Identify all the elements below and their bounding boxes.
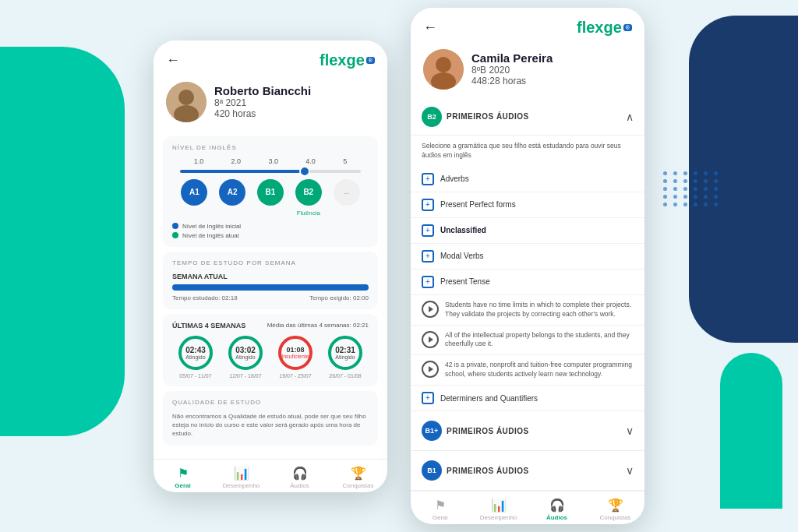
- svg-point-1: [178, 90, 194, 105]
- level-circle-b2: B2: [295, 179, 322, 206]
- legend-dot-atual: [172, 232, 178, 238]
- svg-point-4: [436, 57, 451, 72]
- audio-item-label-adverbs: Adverbs: [440, 174, 469, 183]
- bg-decoration-teal-left: [0, 47, 125, 436]
- week-status-2: Atingido: [235, 354, 255, 360]
- back-button-right[interactable]: ←: [423, 19, 437, 36]
- nav-audios-right[interactable]: 🎧 Áudios: [528, 498, 586, 521]
- level-dot-current: [299, 166, 310, 177]
- quality-text: Não encontramos a Qualidade de estudo at…: [172, 412, 369, 439]
- nav-conquistas-right[interactable]: 🏆 Conquistas: [586, 498, 644, 521]
- nav-geral-right[interactable]: ⚑ Geral: [411, 498, 469, 521]
- level-badge-b1plus: B1+: [422, 421, 442, 441]
- nav-label-conquistas-left: Conquistas: [342, 482, 373, 489]
- background: ← flexge® Roberto Biancchi 8ª 2021 420 h…: [0, 0, 798, 532]
- week-circle-1: 02:43 Atingido: [178, 336, 213, 370]
- user-name-left: Roberto Biancchi: [214, 84, 311, 97]
- play-triangle-3: [429, 366, 433, 372]
- dots-pattern: [663, 171, 720, 206]
- study-progress-bar: [172, 284, 369, 291]
- audio-section-b2-text: PRIMEIROS ÁUDIOS: [447, 112, 529, 121]
- nav-icon-geral-right: ⚑: [435, 498, 446, 513]
- week-time-1: 02:43: [185, 346, 206, 354]
- audio-item-label-unclassified: Unclassified: [440, 226, 486, 234]
- nav-label-geral-right: Geral: [433, 514, 448, 521]
- nav-label-audios-right: Áudios: [546, 514, 567, 521]
- back-button-left[interactable]: ←: [166, 52, 180, 69]
- play-text-3: 42 is a private, nonprofit and tuition-f…: [445, 361, 634, 379]
- level-circle-b2plus: ...: [334, 179, 360, 206]
- nav-label-desempenho-right: Desempenho: [480, 514, 517, 521]
- audio-item-modal[interactable]: + Modal Verbs: [411, 244, 644, 270]
- play-button-3[interactable]: [422, 361, 439, 378]
- audio-section-b2-title: B2 PRIMEIROS ÁUDIOS: [422, 107, 529, 127]
- bg-decoration-teal-right: [720, 353, 782, 509]
- play-button-1[interactable]: [422, 301, 439, 318]
- audio-section-b1[interactable]: B1 PRIMEIROS ÁUDIOS ∨: [411, 451, 644, 491]
- weeks-media: Média das últimas 4 semanas: 02:21: [267, 322, 369, 329]
- nav-label-audios-left: Áudios: [290, 482, 309, 489]
- audio-item-determiners[interactable]: + Determiners and Quantifiers: [411, 386, 644, 411]
- level-section-label: NÍVEL DE INGLÊS: [172, 144, 369, 151]
- play-item-2[interactable]: All of the intellectual property belongs…: [411, 326, 644, 356]
- audio-item-ppf[interactable]: + Present Perfect forms: [411, 192, 644, 218]
- user-hours-right: 448:28 horas: [471, 76, 553, 86]
- nav-desempenho-right[interactable]: 📊 Desempenho: [469, 498, 528, 521]
- phone-right-header: ← flexge®: [411, 8, 644, 44]
- week-circle-2: 03:02 Atingido: [228, 336, 263, 370]
- audio-section-b1-title: B1 PRIMEIROS ÁUDIOS: [422, 460, 529, 481]
- legend-label-atual: Nível de Inglês atual: [182, 232, 239, 239]
- level-badge-b2: B2: [422, 107, 442, 127]
- level-section: NÍVEL DE INGLÊS 1.02.03.04.05 A1 A2: [163, 136, 378, 247]
- audio-item-present[interactable]: + Present Tense: [411, 270, 644, 295]
- level-bar-fill: [180, 170, 310, 173]
- legend-label-inicial: Nível de Inglês inicial: [182, 223, 241, 230]
- time-row: Tempo estudado: 02:18 Tempo exigido: 02:…: [172, 294, 369, 301]
- audio-item-icon-modal: +: [422, 250, 434, 262]
- nav-geral-left[interactable]: ⚑ Geral: [154, 466, 212, 489]
- bottom-nav-right: ⚑ Geral 📊 Desempenho 🎧 Áudios 🏆 Conquist…: [411, 491, 644, 524]
- nav-icon-conquistas-right: 🏆: [608, 498, 623, 513]
- nav-label-conquistas-right: Conquistas: [599, 514, 630, 521]
- quality-section: QUALIDADE DE ESTUDO Não encontramos a Qu…: [163, 391, 378, 446]
- bottom-nav-left: ⚑ Geral 📊 Desempenho 🎧 Áudios 🏆 Conquist…: [154, 459, 387, 492]
- phone-left-header: ← flexge®: [154, 41, 387, 77]
- nav-desempenho-left[interactable]: 📊 Desempenho: [212, 466, 270, 489]
- nav-icon-audios-right: 🎧: [549, 498, 565, 513]
- play-button-2[interactable]: [422, 331, 439, 348]
- user-profile-left: Roberto Biancchi 8ª 2021 420 horas: [154, 77, 387, 132]
- level-circle-a2: A2: [219, 179, 245, 206]
- level-bar-track: [180, 170, 361, 173]
- quality-section-label: QUALIDADE DE ESTUDO: [172, 399, 369, 406]
- nav-audios-left[interactable]: 🎧 Áudios: [270, 466, 329, 489]
- week-item-4: 02:31 Atingido 26/07 - 01/08: [328, 336, 362, 379]
- nav-icon-desempenho-right: 📊: [491, 498, 507, 513]
- nav-conquistas-left[interactable]: 🏆 Conquistas: [329, 466, 387, 489]
- audio-section-b2-header[interactable]: B2 PRIMEIROS ÁUDIOS ∧: [411, 99, 644, 136]
- avatar-left: [166, 82, 207, 122]
- nav-icon-geral-left: ⚑: [178, 466, 189, 481]
- week-time-2: 03:02: [235, 346, 256, 354]
- nav-label-geral-left: Geral: [175, 482, 190, 489]
- play-triangle-1: [429, 306, 433, 312]
- week-time-4: 02:31: [335, 346, 355, 354]
- play-item-1[interactable]: Students have no time limits in which to…: [411, 295, 644, 326]
- level-circles: A1 A2 B1 B2 Fluência ...: [175, 179, 365, 217]
- audio-item-adverbs[interactable]: + Adverbs: [411, 167, 644, 192]
- audio-section-b1plus[interactable]: B1+ PRIMEIROS ÁUDIOS ∨: [411, 411, 644, 451]
- audio-item-unclassified[interactable]: + Unclassified: [411, 218, 644, 244]
- audio-item-icon-unclassified: +: [422, 224, 434, 237]
- chevron-up-b2: ∧: [626, 111, 634, 123]
- semana-atual-label: SEMANA ATUAL: [172, 273, 369, 280]
- play-text-2: All of the intellectual property belongs…: [445, 331, 634, 350]
- chevron-down-b1plus: ∨: [626, 425, 634, 437]
- nav-label-desempenho-left: Desempenho: [223, 482, 260, 489]
- week-circle-4: 02:31 Atingido: [328, 336, 362, 370]
- level-fluencia-label: Fluência: [297, 210, 320, 217]
- audio-section-b1plus-text: PRIMEIROS ÁUDIOS: [447, 427, 529, 435]
- audio-item-icon-ppf: +: [422, 199, 434, 211]
- study-section: TEMPO DE ESTUDO POR SEMANA SEMANA ATUAL …: [163, 252, 378, 309]
- play-triangle-2: [429, 336, 433, 343]
- audio-item-icon-adverbs: +: [422, 173, 434, 185]
- play-item-3[interactable]: 42 is a private, nonprofit and tuition-f…: [411, 355, 644, 386]
